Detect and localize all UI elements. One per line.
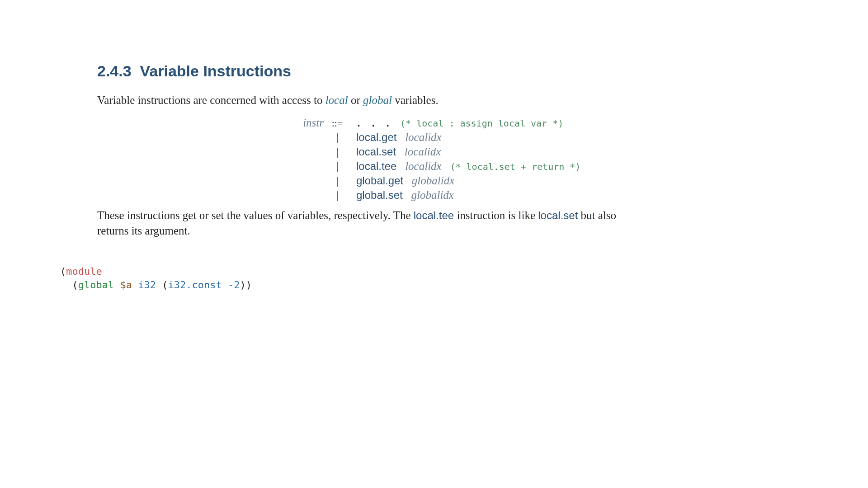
code-kw-module: module xyxy=(66,266,102,277)
grammar-row: | global.get globalidx xyxy=(289,174,580,188)
grammar-arg: globalidx xyxy=(411,189,454,201)
grammar-rhs: local.set localidx xyxy=(351,145,441,159)
grammar-block: instr ::= . . . (* local : assign local … xyxy=(289,116,580,202)
intro-paragraph: Variable instructions are concerned with… xyxy=(97,94,439,107)
grammar-row: | local.set localidx xyxy=(289,145,580,159)
code-fn: i32.const xyxy=(168,279,222,291)
grammar-row-head: instr ::= . . . (* local : assign local … xyxy=(289,116,580,130)
grammar-bar: | xyxy=(334,159,340,174)
grammar-rhs: global.get globalidx xyxy=(351,174,454,188)
intro-text-1: Variable instructions are concerned with… xyxy=(97,94,326,106)
grammar-bar: | xyxy=(334,130,340,145)
grammar-rhs: global.set globalidx xyxy=(351,188,454,202)
intro-text-2: or xyxy=(348,94,363,106)
link-local[interactable]: local xyxy=(326,94,348,106)
code-paren: ( xyxy=(60,266,66,277)
code-indent xyxy=(60,279,72,291)
grammar-arg: localidx xyxy=(405,145,441,158)
inline-code-local-tee: local.tee xyxy=(414,209,454,221)
grammar-comment-top: (* local : assign local var *) xyxy=(400,118,563,129)
intro-text-3: variables. xyxy=(392,94,439,106)
code-paren: ) xyxy=(246,279,252,291)
code-paren: ) xyxy=(240,279,245,291)
code-var-name: $a xyxy=(120,279,132,291)
grammar-kw: global.get xyxy=(356,174,403,187)
grammar-arg: globalidx xyxy=(412,174,454,187)
section-heading: 2.4.3 Variable Instructions xyxy=(97,62,291,80)
code-number: -2 xyxy=(228,279,240,291)
para2-t2: instruction is like xyxy=(454,209,538,221)
grammar-row: | local.tee localidx (* local.set + retu… xyxy=(289,159,580,174)
inline-code-local-set: local.set xyxy=(538,209,578,221)
explanation-paragraph: These instructions get or set the values… xyxy=(97,208,640,239)
code-type: i32 xyxy=(138,279,156,291)
grammar-lhs: instr xyxy=(289,116,324,130)
code-paren: ( xyxy=(162,279,168,291)
link-global[interactable]: global xyxy=(363,94,392,106)
code-kw-global: global xyxy=(78,279,114,291)
grammar-bar: | xyxy=(334,174,340,188)
grammar-row: | local.get localidx xyxy=(289,130,580,145)
grammar-kw: local.set xyxy=(356,145,396,158)
code-line-1: (module xyxy=(60,265,252,278)
section-title: Variable Instructions xyxy=(140,62,291,80)
grammar-kw: global.set xyxy=(356,189,403,201)
section-number: 2.4.3 xyxy=(97,62,132,80)
grammar-kw: local.get xyxy=(356,131,396,143)
code-block: (module (global $a i32 (i32.const -2)) xyxy=(60,265,252,292)
code-paren: ( xyxy=(72,279,78,291)
grammar-comment: (* local.set + return *) xyxy=(450,161,580,172)
ellipsis: . . . xyxy=(355,116,392,129)
grammar-row: | global.set globalidx xyxy=(289,188,580,202)
grammar-arg: localidx xyxy=(405,160,442,172)
para2-t1: These instructions get or set the values… xyxy=(97,209,414,221)
grammar-def-op: ::= xyxy=(324,116,351,131)
grammar-kw: local.tee xyxy=(356,160,396,172)
code-line-2: (global $a i32 (i32.const -2)) xyxy=(60,278,252,292)
grammar-bar: | xyxy=(334,145,340,159)
grammar-rhs-0: . . . (* local : assign local var *) xyxy=(351,116,563,131)
grammar-arg: localidx xyxy=(405,131,442,143)
grammar-rhs: local.tee localidx (* local.set + return… xyxy=(351,159,580,174)
grammar-bar: | xyxy=(334,188,340,202)
grammar-rhs: local.get localidx xyxy=(351,130,442,145)
